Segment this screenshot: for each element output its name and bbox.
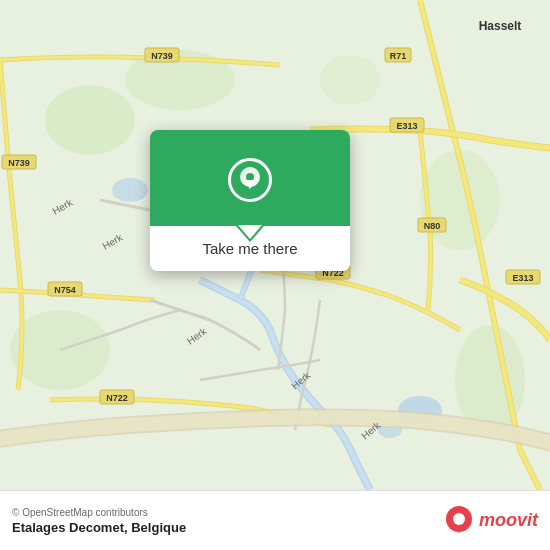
popup-card: Take me there	[150, 130, 350, 271]
popup-arrow	[238, 225, 262, 239]
footer-left: © OpenStreetMap contributors Etalages De…	[12, 507, 186, 535]
svg-point-35	[246, 173, 254, 181]
svg-text:N722: N722	[106, 393, 128, 403]
svg-text:N754: N754	[54, 285, 76, 295]
popup-header	[150, 130, 350, 226]
moovit-logo[interactable]: moovit	[443, 505, 538, 537]
svg-point-9	[320, 55, 380, 105]
svg-text:R71: R71	[390, 51, 407, 61]
svg-text:N80: N80	[424, 221, 441, 231]
svg-text:N739: N739	[151, 51, 173, 61]
map-container: N739 N739 R71 E313 N80 E313 N754 N722 N7…	[0, 0, 550, 490]
svg-text:N739: N739	[8, 158, 30, 168]
svg-text:Hasselt: Hasselt	[479, 19, 522, 33]
copyright-text: © OpenStreetMap contributors	[12, 507, 186, 518]
moovit-pin-icon	[443, 505, 475, 537]
svg-point-4	[45, 85, 135, 155]
footer: © OpenStreetMap contributors Etalages De…	[0, 490, 550, 550]
svg-text:E313: E313	[396, 121, 417, 131]
svg-point-1	[112, 178, 148, 202]
place-name: Etalages Decomet, Belgique	[12, 520, 186, 535]
svg-point-38	[453, 513, 465, 525]
moovit-brand-text: moovit	[479, 510, 538, 531]
location-icon-circle	[228, 158, 272, 202]
svg-text:E313: E313	[512, 273, 533, 283]
